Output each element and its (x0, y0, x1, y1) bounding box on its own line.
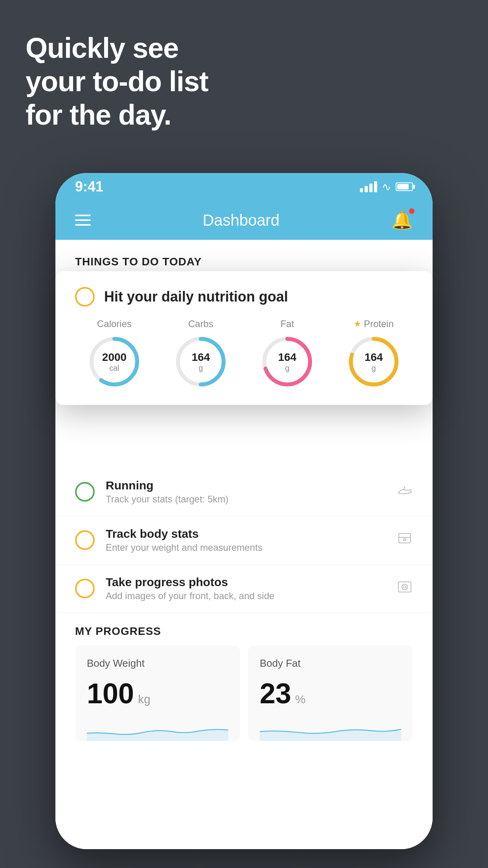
svg-point-12 (402, 584, 407, 590)
running-subtitle: Track your stats (target: 5km) (106, 494, 385, 505)
photo-icon (396, 579, 413, 599)
nutrition-card-header: Hit your daily nutrition goal (75, 287, 413, 307)
progress-cards: Body Weight 100 kg Body Fat 23 % (55, 645, 433, 757)
things-todo-header: THINGS TO DO TODAY (55, 240, 433, 276)
running-checkbox[interactable] (75, 482, 95, 502)
photos-title: Take progress photos (106, 576, 385, 589)
notification-dot (409, 208, 415, 214)
fat-item: Fat 164 g (248, 318, 327, 389)
todo-item-photos[interactable]: Take progress photos Add images of your … (55, 565, 433, 613)
hero-line3: for the day. (26, 98, 208, 132)
fat-value: 164 g (278, 351, 297, 372)
nutrition-checkbox[interactable] (75, 287, 95, 307)
star-icon: ★ (354, 319, 361, 329)
progress-header: MY PROGRESS (55, 609, 433, 645)
body-fat-title: Body Fat (260, 657, 401, 669)
scale-icon (396, 530, 413, 550)
photos-checkbox[interactable] (75, 579, 95, 598)
hero-line1: Quickly see (26, 31, 208, 65)
body-weight-chart (87, 717, 228, 741)
photos-text: Take progress photos Add images of your … (106, 576, 385, 601)
body-fat-value: 23 (260, 677, 291, 710)
menu-button[interactable] (75, 215, 91, 226)
nutrition-card-title: Hit your daily nutrition goal (104, 289, 288, 305)
body-stats-subtitle: Enter your weight and measurements (106, 542, 385, 553)
body-stats-title: Track body stats (106, 527, 385, 541)
todo-item-running[interactable]: Running Track your stats (target: 5km) (55, 468, 433, 516)
carbs-value: 164 g (192, 351, 210, 372)
status-time: 9:41 (75, 178, 103, 195)
nav-bar: Dashboard 🔔 (55, 200, 433, 240)
protein-item: ★ Protein 164 g (334, 318, 413, 389)
body-weight-unit: kg (138, 693, 150, 706)
carbs-item: Carbs 164 g (161, 318, 240, 389)
running-text: Running Track your stats (target: 5km) (106, 479, 385, 505)
status-icons: ∿ (360, 180, 413, 193)
nutrition-circles: Calories 2000 cal Carbs (75, 318, 413, 389)
battery-icon (396, 182, 413, 191)
todo-list: Running Track your stats (target: 5km) T… (55, 468, 433, 613)
body-fat-card: Body Fat 23 % (248, 645, 413, 741)
nav-title: Dashboard (203, 211, 280, 229)
shoe-icon (396, 482, 413, 502)
protein-ring: 164 g (346, 334, 401, 389)
photos-subtitle: Add images of your front, back, and side (106, 590, 385, 601)
fat-label: Fat (281, 318, 294, 329)
bell-button[interactable]: 🔔 (391, 210, 413, 230)
calories-label: Calories (97, 318, 132, 329)
wifi-icon: ∿ (382, 180, 391, 193)
protein-label: ★ Protein (354, 318, 394, 329)
svg-point-10 (404, 539, 406, 541)
carbs-label: Carbs (188, 318, 213, 329)
body-weight-value: 100 (87, 677, 134, 710)
calories-ring: 2000 cal (87, 334, 142, 389)
hero-line2: your to-do list (26, 65, 208, 98)
fat-ring: 164 g (260, 334, 315, 389)
signal-icon (360, 181, 377, 192)
todo-item-body-stats[interactable]: Track body stats Enter your weight and m… (55, 516, 433, 565)
body-weight-title: Body Weight (87, 657, 228, 669)
body-fat-value-row: 23 % (260, 677, 401, 710)
calories-item: Calories 2000 cal (75, 318, 154, 389)
progress-section: MY PROGRESS Body Weight 100 kg Body Fat … (55, 609, 433, 757)
nutrition-card: Hit your daily nutrition goal Calories 2… (55, 271, 433, 405)
status-bar: 9:41 ∿ (55, 173, 433, 200)
body-fat-chart (260, 717, 401, 741)
body-weight-value-row: 100 kg (87, 677, 228, 710)
svg-rect-11 (398, 582, 411, 592)
svg-point-13 (404, 586, 406, 588)
body-stats-checkbox[interactable] (75, 530, 95, 550)
body-fat-unit: % (295, 693, 306, 706)
body-stats-text: Track body stats Enter your weight and m… (106, 527, 385, 553)
body-weight-card: Body Weight 100 kg (75, 645, 240, 741)
running-title: Running (106, 479, 385, 492)
calories-value: 2000 cal (102, 351, 127, 372)
protein-value: 164 g (365, 351, 383, 372)
hero-text: Quickly see your to-do list for the day. (26, 31, 208, 132)
carbs-ring: 164 g (173, 334, 228, 389)
